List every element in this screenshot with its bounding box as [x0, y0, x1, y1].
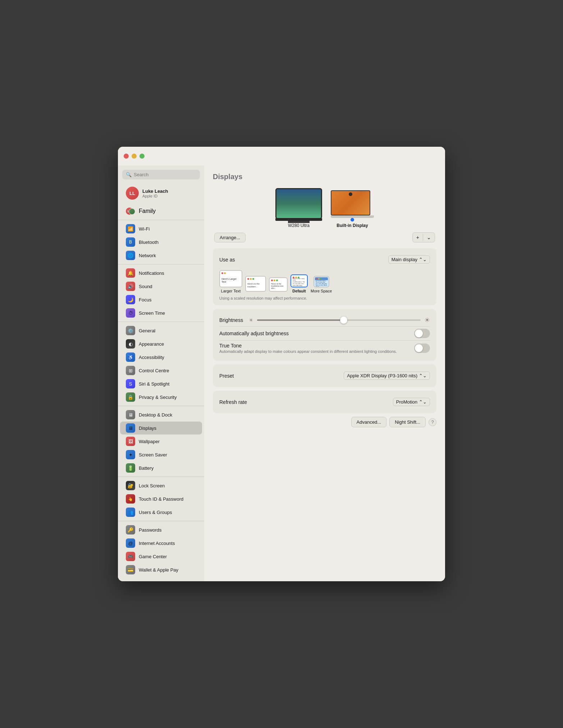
- display-builtin[interactable]: Built-in Display: [331, 190, 374, 228]
- sidebar-item-screensaver[interactable]: ✦ Screen Saver: [120, 448, 202, 461]
- title-bar: [118, 147, 445, 165]
- apple-id-info: Luke Leach Apple ID: [142, 188, 168, 198]
- resolution-row: Here's Larger Text Larger Text He: [219, 270, 430, 293]
- res-label-larger: Larger Text: [221, 289, 241, 293]
- content-area: 🔍 LL Luke Leach Apple ID LL Family: [118, 165, 445, 581]
- screensaver-label: Screen Saver: [139, 452, 167, 458]
- sidebar-item-bluetooth[interactable]: B Bluetooth: [120, 236, 202, 249]
- res-option-larger[interactable]: Here's Larger Text Larger Text: [219, 270, 242, 293]
- minimize-button[interactable]: [132, 154, 137, 159]
- sidebar-item-notifications[interactable]: 🔔 Notifications: [120, 267, 202, 279]
- arrange-button[interactable]: Arrange...: [214, 233, 246, 242]
- res-option-default[interactable]: Here's to the crazy ones troublemakers. …: [290, 274, 308, 293]
- general-label: General: [139, 328, 155, 333]
- performance-note: Using a scaled resolution may affect per…: [219, 296, 430, 300]
- sidebar-item-wallpaper[interactable]: 🖼 Wallpaper: [120, 435, 202, 448]
- maximize-button[interactable]: [139, 154, 145, 159]
- res-thumb-2: Here's to the troublem...: [245, 276, 266, 292]
- sidebar-item-appearance[interactable]: ◐ Appearance: [120, 337, 202, 350]
- res-option-2[interactable]: Here's to the troublem...: [245, 276, 266, 293]
- privacy-label: Privacy & Security: [139, 395, 177, 400]
- advanced-button[interactable]: Advanced...: [351, 417, 387, 427]
- gamecenter-icon: 🎮: [126, 552, 135, 561]
- sidebar-item-family[interactable]: LL Family: [120, 205, 202, 218]
- touchid-label: Touch ID & Password: [139, 496, 183, 502]
- true-tone-toggle[interactable]: [414, 343, 430, 353]
- w280-label: W280 Ultra: [288, 223, 310, 228]
- appearance-icon: ◐: [126, 339, 135, 349]
- sidebar-item-accessibility[interactable]: ♿ Accessibility: [120, 351, 202, 364]
- display-controls: Arrange... + ⌄: [213, 232, 436, 242]
- section-notifications: 🔔 Notifications 🔊 Sound 🌙 Focus ⏱ Screen…: [118, 267, 204, 319]
- help-button[interactable]: ?: [429, 418, 436, 426]
- sound-icon: 🔊: [126, 282, 135, 291]
- true-tone-label: True Tone: [219, 343, 397, 349]
- sidebar-item-touchid[interactable]: 👆 Touch ID & Password: [120, 492, 202, 505]
- siri-icon: S: [126, 379, 135, 388]
- sidebar-item-users[interactable]: 👥 Users & Groups: [120, 506, 202, 519]
- sidebar-item-passwords[interactable]: 🔑 Passwords: [120, 523, 202, 536]
- wifi-icon: 📶: [126, 224, 135, 233]
- sidebar-item-control[interactable]: ⊞ Control Centre: [120, 364, 202, 377]
- sidebar-item-apple-id[interactable]: LL Luke Leach Apple ID: [120, 184, 202, 203]
- auto-brightness-toggle[interactable]: [414, 329, 430, 338]
- notifications-icon: 🔔: [126, 268, 135, 278]
- sidebar-item-general[interactable]: ⚙️ General: [120, 324, 202, 337]
- use-as-select[interactable]: Main display ⌃⌄: [388, 255, 430, 264]
- true-tone-info: True Tone Automatically adapt display to…: [219, 343, 397, 354]
- res-thumb-more: Here's to the crazy smi troublemakers. T…: [313, 276, 329, 287]
- display-w280[interactable]: W280 Ultra: [275, 188, 322, 228]
- preset-select[interactable]: Apple XDR Display (P3-1600 nits) ⌃⌄: [344, 372, 430, 380]
- bottom-buttons: Advanced... Night Shift... ?: [213, 417, 436, 427]
- refresh-rate-chevron-icon: ⌃⌄: [419, 399, 427, 405]
- section-security: 🔐 Lock Screen 👆 Touch ID & Password 👥 Us…: [118, 479, 204, 519]
- sidebar-item-sound[interactable]: 🔊 Sound: [120, 280, 202, 293]
- search-bar[interactable]: 🔍: [122, 170, 200, 179]
- sidebar-item-lock[interactable]: 🔐 Lock Screen: [120, 479, 202, 492]
- refresh-rate-select[interactable]: ProMotion ⌃⌄: [393, 398, 430, 406]
- builtin-base: [331, 215, 374, 218]
- add-display-button[interactable]: +: [413, 233, 423, 242]
- sidebar-item-focus[interactable]: 🌙 Focus: [120, 293, 202, 306]
- brightness-slider[interactable]: [257, 319, 421, 321]
- focus-icon: 🌙: [126, 295, 135, 304]
- refresh-rate-value: ProMotion: [396, 399, 417, 405]
- search-input[interactable]: [134, 172, 196, 177]
- use-as-value: Main display: [392, 257, 417, 262]
- sidebar-item-wallet[interactable]: 💳 Wallet & Apple Pay: [120, 563, 202, 576]
- res-option-more[interactable]: Here's to the crazy smi troublemakers. T…: [311, 276, 332, 293]
- res-option-3[interactable]: Here's to the troublema ones who...: [269, 277, 288, 293]
- accessibility-label: Accessibility: [139, 355, 164, 360]
- users-label: Users & Groups: [139, 510, 172, 515]
- sidebar-item-wifi[interactable]: 📶 Wi-Fi: [120, 222, 202, 235]
- night-shift-button[interactable]: Night Shift...: [389, 417, 426, 427]
- refresh-rate-row: Refresh rate ProMotion ⌃⌄: [219, 396, 430, 408]
- network-icon: 🌐: [126, 251, 135, 260]
- brightness-card: Brightness ☀ ☀ Automatically adjust brig…: [213, 309, 436, 361]
- siri-label: Siri & Spotlight: [139, 381, 169, 387]
- sidebar-item-network[interactable]: 🌐 Network: [120, 249, 202, 262]
- add-display-chevron[interactable]: ⌄: [423, 233, 435, 242]
- use-as-chevron-icon: ⌃⌄: [419, 257, 427, 262]
- use-as-card: Use as Main display ⌃⌄: [213, 248, 436, 305]
- brightness-thumb[interactable]: [340, 317, 347, 324]
- sidebar-item-battery[interactable]: 🔋 Battery: [120, 461, 202, 474]
- preset-value: Apple XDR Display (P3-1600 nits): [347, 373, 417, 378]
- brightness-control: ☀ ☀: [249, 316, 430, 324]
- sidebar-item-displays[interactable]: 🖥 Displays: [120, 422, 202, 434]
- w280-screen: [275, 188, 322, 219]
- internet-icon: @: [126, 538, 135, 548]
- sidebar-item-siri[interactable]: S Siri & Spotlight: [120, 377, 202, 390]
- res-label-default: Default: [292, 289, 306, 293]
- divider-3: [118, 322, 204, 322]
- sidebar-item-screentime[interactable]: ⏱ Screen Time: [120, 306, 202, 319]
- displays-row: W280 Ultra Built-in Display: [213, 188, 436, 228]
- sidebar-item-privacy[interactable]: 🔒 Privacy & Security: [120, 391, 202, 404]
- sidebar-item-gamecenter[interactable]: 🎮 Game Center: [120, 550, 202, 563]
- close-button[interactable]: [124, 154, 129, 159]
- sidebar-item-desktop[interactable]: 🖥 Desktop & Dock: [120, 408, 202, 421]
- sidebar-item-internet[interactable]: @ Internet Accounts: [120, 537, 202, 550]
- divider-5: [118, 477, 204, 477]
- wallet-label: Wallet & Apple Pay: [139, 567, 178, 573]
- apple-id-name: Luke Leach: [142, 188, 168, 194]
